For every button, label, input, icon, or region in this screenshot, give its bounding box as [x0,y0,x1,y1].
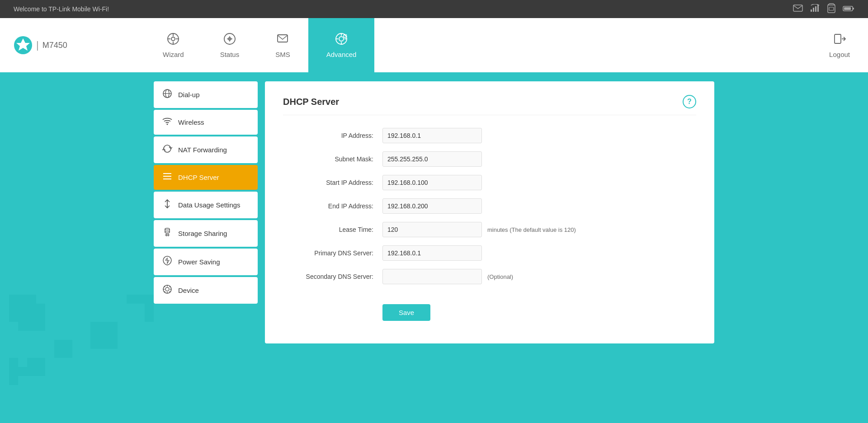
help-button[interactable]: ? [683,95,696,108]
tab-wizard[interactable]: Wizard [145,18,202,72]
svg-rect-4 [817,5,819,12]
wireless-icon [162,117,173,127]
secondary-dns-row: Secondary DNS Server: (Optional) [283,269,696,284]
header: | M7450 Wizard [0,18,868,72]
svg-point-37 [167,124,168,125]
sidebar-item-data-usage[interactable]: Data Usage Settings [154,192,258,218]
sms-icon [276,33,289,48]
svg-point-22 [339,37,344,41]
tab-status-label: Status [220,51,240,58]
email-icon[interactable] [793,5,803,14]
svg-line-49 [170,291,170,292]
tab-status[interactable]: Status [202,18,258,72]
ip-address-row: IP Address: [283,128,696,143]
signal-icon[interactable] [810,4,820,14]
sidebar-item-device[interactable]: Device [154,277,258,304]
logout-icon [833,33,846,48]
main-layout: Dial-up Wireless [118,72,750,352]
sidebar-item-dhcp-label: DHCP Server [178,174,219,181]
sidebar-item-storage-label: Storage Sharing [178,230,227,237]
power-saving-icon [162,256,173,268]
save-button[interactable]: Save [382,304,430,321]
lease-time-row: Lease Time: minutes (The default value i… [283,222,696,237]
device-icon [162,284,173,296]
advanced-icon [335,33,348,48]
battery-icon[interactable] [843,5,854,14]
sidebar-item-dial-up-label: Dial-up [178,91,200,99]
svg-rect-54 [9,295,18,322]
svg-rect-56 [90,322,118,349]
svg-rect-59 [27,358,45,376]
start-ip-label: Start IP Address: [283,179,382,186]
tab-advanced[interactable]: Advanced [308,18,375,72]
end-ip-input[interactable] [382,198,482,214]
topbar-title: Welcome to TP-Link Mobile Wi-Fi! [14,5,109,13]
nat-icon [162,144,173,156]
start-ip-input[interactable] [382,175,482,190]
end-ip-label: End IP Address: [283,202,382,210]
svg-line-50 [170,286,170,287]
data-usage-icon [162,199,173,211]
topbar: Welcome to TP-Link Mobile Wi-Fi! [0,0,868,18]
sidebar-item-power-saving[interactable]: Power Saving [154,249,258,275]
end-ip-row: End IP Address: [283,198,696,214]
ip-address-input[interactable] [382,128,482,143]
svg-rect-52 [18,304,45,331]
lease-time-label: Lease Time: [283,226,382,233]
sidebar-item-nat-label: NAT Forwarding [178,146,227,154]
logo-model: M7450 [42,41,67,50]
subnet-mask-label: Subnet Mask: [283,155,382,163]
content-panel: DHCP Server ? IP Address: Subnet Mask: S… [265,81,714,343]
sidebar-item-device-label: Device [178,287,199,294]
svg-rect-3 [815,6,816,12]
svg-line-51 [164,291,165,292]
nav-tabs: Wizard Status SMS [145,18,811,72]
sidebar-item-nat-forwarding[interactable]: NAT Forwarding [154,136,258,163]
sim-icon[interactable] [827,3,835,15]
ip-address-label: IP Address: [283,132,382,139]
logout-button[interactable]: Logout [811,18,868,72]
wizard-icon [167,33,179,48]
svg-rect-61 [9,358,18,385]
primary-dns-input[interactable] [382,245,482,261]
lease-time-input[interactable] [382,222,482,237]
panel-header: DHCP Server ? [283,95,696,115]
subnet-mask-input[interactable] [382,151,482,167]
status-icon [223,33,236,48]
storage-icon [162,227,173,240]
topbar-icons [793,3,854,15]
logo-area: | M7450 [0,18,145,72]
sidebar-item-data-label: Data Usage Settings [178,201,241,209]
primary-dns-row: Primary DNS Server: [283,245,696,261]
sidebar-item-storage-sharing[interactable]: Storage Sharing [154,220,258,247]
svg-point-12 [171,37,175,41]
lease-time-hint: minutes (The default value is 120) [487,226,576,233]
sidebar-item-dhcp-server[interactable]: DHCP Server [154,165,258,190]
sidebar-item-wireless[interactable]: Wireless [154,110,258,135]
primary-dns-label: Primary DNS Server: [283,249,382,257]
secondary-dns-input[interactable] [382,269,482,284]
subnet-mask-row: Subnet Mask: [283,151,696,167]
logout-label: Logout [829,51,850,58]
svg-rect-2 [813,8,814,12]
svg-rect-21 [278,35,288,42]
svg-line-30 [346,34,347,35]
sidebar-item-dial-up[interactable]: Dial-up [154,81,258,108]
tab-wizard-label: Wizard [163,51,184,58]
svg-point-42 [165,287,169,291]
svg-rect-1 [811,9,812,12]
dhcp-icon [162,172,173,183]
svg-rect-8 [853,8,854,9]
start-ip-row: Start IP Address: [283,175,696,190]
svg-rect-6 [829,7,834,10]
sidebar: Dial-up Wireless [154,81,258,343]
svg-rect-53 [9,295,36,304]
tab-sms[interactable]: SMS [257,18,308,72]
logo-divider: | [36,39,39,51]
svg-rect-9 [844,7,851,10]
svg-rect-32 [835,34,841,43]
dial-up-icon [162,89,173,101]
tplink-logo-icon [14,36,33,55]
svg-rect-0 [793,5,802,11]
sidebar-item-wireless-label: Wireless [178,118,204,126]
